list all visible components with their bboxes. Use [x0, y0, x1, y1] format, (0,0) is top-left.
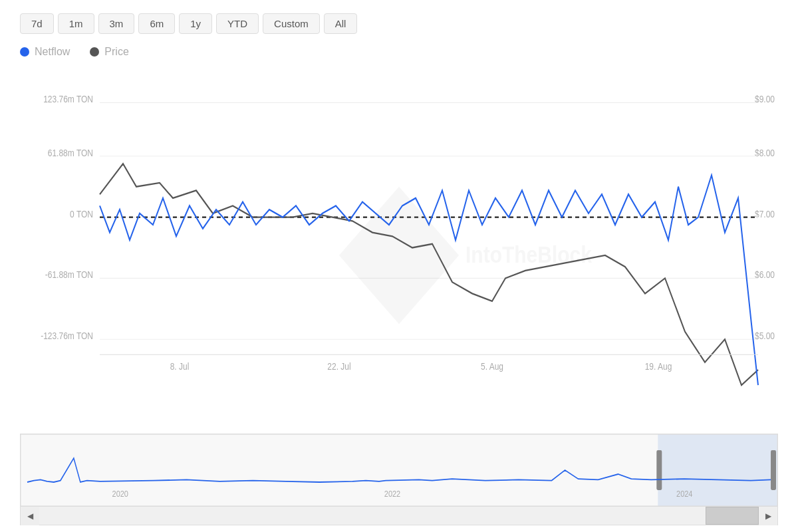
navigator-container[interactable]: 2020 2022 2024 — [20, 434, 778, 507]
svg-rect-25 — [656, 450, 662, 490]
legend-netflow: Netflow — [20, 46, 70, 58]
svg-text:5. Aug: 5. Aug — [481, 361, 503, 372]
svg-text:-123.76m TON: -123.76m TON — [41, 331, 93, 341]
navigator-svg: 2020 2022 2024 — [21, 434, 777, 506]
svg-text:$8.00: $8.00 — [755, 148, 775, 158]
svg-text:22. Jul: 22. Jul — [327, 361, 350, 372]
price-dot — [90, 47, 99, 57]
main-chart-svg: 123.76m TON 61.88m TON 0 TON -61.88m TON… — [20, 65, 778, 431]
chart-wrapper: 123.76m TON 61.88m TON 0 TON -61.88m TON… — [20, 65, 778, 525]
main-chart-area: 123.76m TON 61.88m TON 0 TON -61.88m TON… — [20, 65, 778, 431]
svg-text:IntoTheBlock: IntoTheBlock — [466, 243, 592, 268]
netflow-label: Netflow — [35, 46, 70, 58]
scroll-track[interactable] — [39, 507, 759, 525]
svg-text:123.76m TON: 123.76m TON — [43, 94, 93, 105]
svg-text:2020: 2020 — [112, 489, 129, 499]
svg-text:2022: 2022 — [384, 489, 401, 499]
time-filter-bar: 7d1m3m6m1yYTDCustomAll — [20, 13, 778, 34]
svg-text:$5.00: $5.00 — [755, 331, 775, 341]
netflow-dot — [20, 47, 29, 57]
time-filter-3m[interactable]: 3m — [98, 13, 135, 34]
svg-rect-26 — [771, 450, 776, 490]
chart-legend: Netflow Price — [20, 46, 778, 58]
svg-text:$7.00: $7.00 — [755, 209, 775, 219]
svg-text:8. Jul: 8. Jul — [170, 361, 190, 372]
time-filter-all[interactable]: All — [324, 13, 358, 34]
svg-text:19. Aug: 19. Aug — [645, 361, 672, 372]
svg-text:2024: 2024 — [676, 489, 693, 499]
scrollbar[interactable]: ◀ ▶ — [20, 507, 778, 525]
svg-text:$6.00: $6.00 — [755, 270, 775, 281]
time-filter-custom[interactable]: Custom — [263, 13, 320, 34]
main-container: 7d1m3m6m1yYTDCustomAll Netflow Price 123… — [0, 0, 798, 532]
time-filter-1y[interactable]: 1y — [179, 13, 212, 34]
scroll-right-button[interactable]: ▶ — [759, 507, 777, 525]
svg-text:$9.00: $9.00 — [755, 94, 775, 105]
time-filter-1m[interactable]: 1m — [58, 13, 94, 34]
scroll-left-button[interactable]: ◀ — [21, 507, 39, 525]
time-filter-6m[interactable]: 6m — [138, 13, 175, 34]
scroll-thumb[interactable] — [706, 507, 759, 525]
time-filter-7d[interactable]: 7d — [20, 13, 54, 34]
svg-text:61.88m TON: 61.88m TON — [48, 148, 93, 158]
svg-marker-16 — [339, 187, 459, 325]
price-label: Price — [104, 46, 128, 58]
svg-text:-61.88m TON: -61.88m TON — [45, 270, 93, 281]
svg-text:0 TON: 0 TON — [70, 209, 93, 219]
time-filter-ytd[interactable]: YTD — [216, 13, 259, 34]
legend-price: Price — [90, 46, 128, 58]
